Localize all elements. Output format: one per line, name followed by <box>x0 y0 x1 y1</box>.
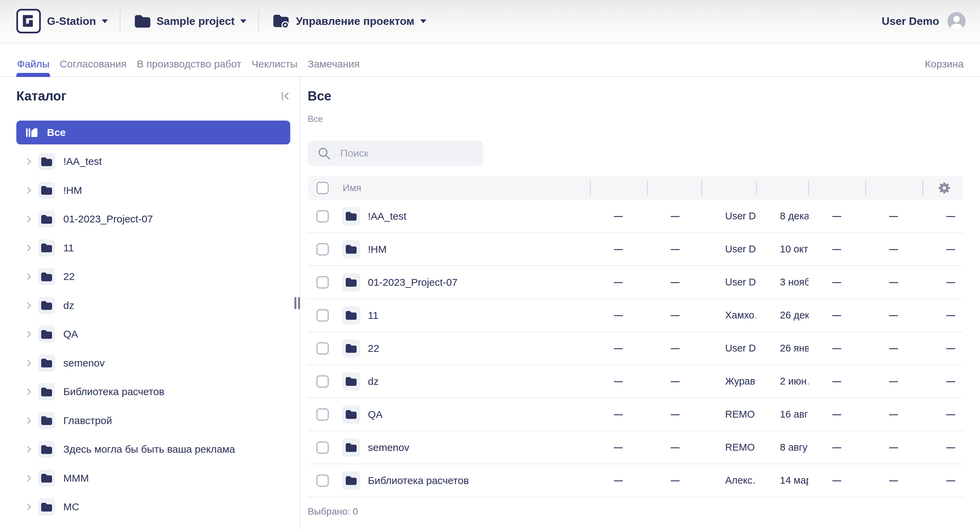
column-divider[interactable] <box>701 176 756 200</box>
sidebar-item-label: Все <box>47 127 66 138</box>
column-divider[interactable] <box>808 176 865 200</box>
table-settings-gear-icon[interactable] <box>937 180 952 196</box>
chevron-right-icon[interactable] <box>24 273 33 281</box>
sidebar-folder-item[interactable]: 22 <box>16 262 299 291</box>
table-row[interactable]: 01-2023_Project-07——User D…3 нояб…——— <box>308 266 963 299</box>
column-divider[interactable] <box>590 176 647 200</box>
trash-link[interactable]: Корзина <box>925 58 964 70</box>
tab-3[interactable]: В производство работ <box>136 52 242 76</box>
row-checkbox[interactable] <box>317 309 329 322</box>
table-row[interactable]: !AA_test——User D…8 дека…——— <box>308 200 963 233</box>
table-row[interactable]: semenov——REMO…8 авгу…——— <box>308 431 963 464</box>
collapse-sidebar-icon[interactable] <box>280 91 291 102</box>
chevron-right-icon[interactable] <box>24 302 33 310</box>
empty-cell: — <box>865 409 923 420</box>
folder-label: semenov <box>63 357 105 369</box>
chevron-right-icon[interactable] <box>24 157 33 166</box>
chevron-right-icon[interactable] <box>24 445 33 453</box>
column-divider[interactable] <box>647 176 701 200</box>
chevron-right-icon[interactable] <box>24 417 33 425</box>
empty-cell: — <box>647 409 701 420</box>
row-checkbox[interactable] <box>317 409 329 421</box>
checkbox-cell <box>308 299 340 331</box>
sidebar-folder-item[interactable]: Библиотека расчетов <box>16 377 299 406</box>
folder-icon <box>342 438 360 457</box>
column-divider[interactable] <box>756 176 808 200</box>
chevron-down-icon <box>102 19 108 24</box>
chevron-right-icon[interactable] <box>24 388 33 396</box>
name-column-header: Имя <box>340 183 361 193</box>
sidebar-folder-item[interactable]: Главстрой <box>16 406 299 435</box>
row-checkbox[interactable] <box>317 243 329 255</box>
empty-cell: — <box>923 277 963 287</box>
file-name: QA <box>368 409 382 420</box>
topbar-divider <box>258 10 259 32</box>
folder-label: МС <box>63 501 79 512</box>
table-row[interactable]: Библиотека расчетов——Алекс…14 мар…——— <box>308 464 963 497</box>
row-checkbox[interactable] <box>317 210 329 222</box>
row-checkbox[interactable] <box>317 375 329 388</box>
search-input[interactable] <box>308 140 483 166</box>
sidebar-folder-item[interactable]: Здесь могла бы быть ваша реклама <box>16 435 299 464</box>
sidebar-folder-item[interactable]: QA <box>16 320 299 349</box>
sidebar-folder-item[interactable]: semenov <box>16 349 299 378</box>
chevron-right-icon[interactable] <box>24 474 33 482</box>
chevron-right-icon[interactable] <box>24 330 33 338</box>
checkbox-cell <box>308 431 340 464</box>
sidebar-folder-item[interactable]: dz <box>16 291 299 320</box>
empty-cell: — <box>923 310 963 321</box>
tab-4[interactable]: Чеклисты <box>251 52 298 76</box>
chevron-down-icon <box>420 19 427 24</box>
breadcrumb[interactable]: Все <box>308 114 964 125</box>
empty-cell: — <box>923 343 963 354</box>
app-switcher[interactable]: G-Station <box>16 9 108 34</box>
name-cell: QA <box>340 405 590 424</box>
section-switcher[interactable]: Управление проектом <box>273 14 426 28</box>
folder-icon <box>342 372 360 391</box>
folder-label: QA <box>63 328 78 340</box>
panel-resize-handle[interactable] <box>294 297 300 309</box>
modified-cell: 3 нояб… <box>756 276 808 288</box>
sidebar-item-all[interactable]: Все <box>16 121 290 144</box>
table-row[interactable]: 11——Хамхо…26 дек…——— <box>308 299 963 332</box>
empty-cell: — <box>808 409 865 420</box>
row-checkbox[interactable] <box>317 276 329 289</box>
project-switcher[interactable]: Sample project <box>135 14 247 27</box>
empty-cell: — <box>808 475 865 486</box>
tab-1[interactable]: Файлы <box>16 52 50 76</box>
tab-5[interactable]: Замечания <box>307 52 360 76</box>
user-menu[interactable]: User Demo <box>882 11 966 31</box>
table-row[interactable]: QA——REMO…16 авг…——— <box>308 398 963 431</box>
select-all-checkbox[interactable] <box>317 182 329 194</box>
row-checkbox[interactable] <box>317 474 329 487</box>
chevron-down-icon <box>240 19 247 24</box>
table-body: !AA_test——User D…8 дека…———!HM——User D…1… <box>308 200 963 497</box>
modified-cell: 16 авг… <box>756 409 808 420</box>
chevron-right-icon[interactable] <box>24 186 33 195</box>
empty-cell: — <box>808 244 865 254</box>
row-checkbox[interactable] <box>317 441 329 454</box>
chevron-right-icon[interactable] <box>24 244 33 252</box>
table-row[interactable]: !HM——User D…10 окт…——— <box>308 233 963 266</box>
table-row[interactable]: dz——Журав…2 июн…——— <box>308 365 963 398</box>
chevron-right-icon[interactable] <box>24 215 33 223</box>
row-checkbox[interactable] <box>317 342 329 354</box>
chevron-right-icon[interactable] <box>24 503 33 511</box>
sidebar-folder-item[interactable]: МММ <box>16 464 299 493</box>
sidebar-folder-item[interactable]: МС <box>16 493 299 522</box>
selection-status: Выбрано: 0 <box>308 506 963 517</box>
empty-cell: — <box>590 277 647 287</box>
name-cell: 01-2023_Project-07 <box>340 273 590 292</box>
sidebar-folder-item[interactable]: 01-2023_Project-07 <box>16 205 299 234</box>
column-divider[interactable] <box>865 176 923 200</box>
user-avatar-icon <box>947 11 966 31</box>
sidebar-folder-item[interactable]: !HM <box>16 176 299 205</box>
table-row[interactable]: 22——User D…26 янв…——— <box>308 332 963 365</box>
tabs: ФайлыСогласованияВ производство работЧек… <box>16 52 360 76</box>
file-name: Библиотека расчетов <box>368 475 469 486</box>
sidebar-folder-item[interactable]: !AA_test <box>16 147 299 176</box>
sidebar-folder-item[interactable]: 11 <box>16 234 299 263</box>
tab-2[interactable]: Согласования <box>59 52 127 76</box>
chevron-right-icon[interactable] <box>24 359 33 367</box>
owner-cell: REMO… <box>701 442 756 453</box>
